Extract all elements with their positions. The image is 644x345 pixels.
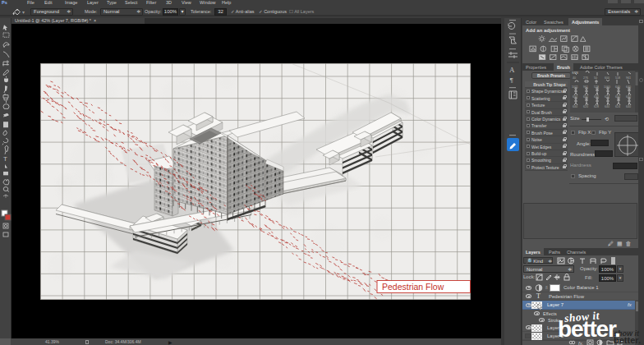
svg-text:640: 640 (615, 95, 620, 99)
svg-text:1060: 1060 (604, 85, 610, 89)
svg-text:640: 640 (626, 105, 631, 108)
svg-text:518: 518 (615, 76, 620, 80)
svg-text:SPB: SPB (572, 71, 578, 75)
svg-text:961: 961 (583, 85, 588, 89)
svg-text:620: 620 (583, 105, 588, 108)
svg-text:640: 640 (583, 95, 588, 99)
svg-text:624: 624 (605, 95, 610, 99)
svg-text:1011: 1011 (572, 85, 578, 89)
svg-text:528: 528 (594, 85, 599, 89)
svg-text:50: 50 (594, 76, 597, 80)
svg-text:40: 40 (573, 76, 576, 80)
svg-text:640: 640 (615, 85, 620, 89)
svg-text:276: 276 (583, 76, 588, 80)
svg-text:640: 640 (594, 95, 599, 99)
svg-text:A: A (509, 66, 515, 74)
svg-text:961: 961 (626, 76, 631, 80)
svg-text:Pedestrian Flow: Pedestrian Flow (382, 282, 444, 292)
svg-text:¶: ¶ (510, 76, 513, 84)
svg-text:640: 640 (605, 105, 610, 108)
svg-text:640: 640 (626, 85, 631, 89)
svg-text:T: T (3, 155, 7, 162)
svg-text:640: 640 (626, 95, 631, 99)
svg-text:640: 640 (573, 105, 577, 108)
svg-text:600: 600 (605, 76, 610, 80)
svg-text:624: 624 (615, 105, 620, 108)
svg-text:628: 628 (594, 105, 599, 108)
svg-text:640: 640 (573, 95, 577, 99)
